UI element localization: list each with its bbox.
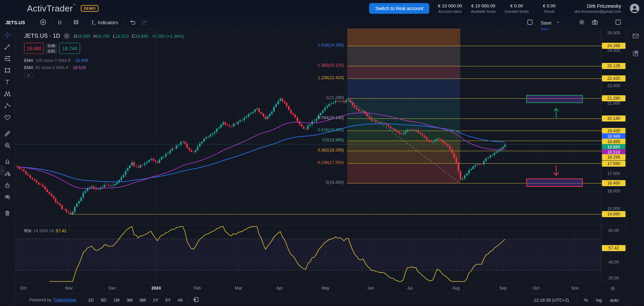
symbol-button[interactable]: JETS.US xyxy=(5,20,25,25)
price-axis-label-level: 18.295 xyxy=(602,154,625,160)
divider xyxy=(34,19,34,26)
fib-retracement-tool-button[interactable] xyxy=(2,54,13,64)
time-axis-settings-button[interactable] xyxy=(608,285,618,293)
avatar[interactable] xyxy=(630,4,639,13)
remove-drawings-tool-button[interactable] xyxy=(2,209,13,218)
undo-button[interactable] xyxy=(127,18,139,28)
fx-icon: ƒx xyxy=(91,19,95,26)
save-button[interactable]: Save xyxy=(539,20,553,26)
indicators-button[interactable]: ƒxIndicators xyxy=(89,19,120,27)
account-stat: € 10 000.00Available funds xyxy=(471,3,496,13)
go-to-date-button[interactable] xyxy=(191,295,200,305)
redo-button[interactable] xyxy=(139,18,150,28)
range-button-6m[interactable]: 6M xyxy=(137,296,149,304)
fib-level-label: 1(21.280) xyxy=(279,95,344,100)
crosshair-tool-button[interactable] xyxy=(2,31,13,40)
timeframe-button[interactable]: D xyxy=(56,19,63,26)
remove-drawings-icon xyxy=(4,209,11,218)
log-scale-button[interactable]: log xyxy=(593,296,605,304)
camera-icon xyxy=(591,19,599,27)
range-button-1y[interactable]: 1Y xyxy=(150,296,161,304)
time-axis[interactable]: OctNovDec2024FebMarAprMayJunJulAugSepOct… xyxy=(15,283,627,294)
bid-button[interactable]: 18.680 xyxy=(24,43,44,54)
top-bar-right: Switch to Real account € 10 000.00Accoun… xyxy=(369,0,639,17)
divider xyxy=(67,19,67,26)
zoom-in-tool-button[interactable] xyxy=(2,141,13,151)
time-axis-label: May xyxy=(315,286,335,291)
switch-to-real-account-button[interactable]: Switch to Real account xyxy=(369,3,429,14)
range-button-1d[interactable]: 1D xyxy=(85,296,97,304)
collapse-indicators-button[interactable] xyxy=(24,73,33,78)
tradingview-link[interactable]: TradingView xyxy=(53,298,76,302)
go-to-date-icon xyxy=(192,296,200,304)
save-menu-button[interactable] xyxy=(555,19,562,27)
top-bar: ActivTrader™ DEMO Switch to Real account… xyxy=(0,0,644,17)
divider xyxy=(3,126,12,126)
right-sidebar xyxy=(627,29,644,306)
range-button-5y[interactable]: 5Y xyxy=(162,296,174,304)
layout-button[interactable] xyxy=(526,18,534,28)
range-button-3m[interactable]: 3M xyxy=(123,296,136,304)
indicator-row[interactable]: EMA100 close 0 SMA 918.949 xyxy=(24,58,184,63)
account-stat: € 0.00Invested funds xyxy=(505,3,529,13)
forecast-tool-button[interactable] xyxy=(2,101,13,111)
lock-all-tool-button[interactable] xyxy=(2,181,13,191)
time-axis-label: Apr xyxy=(270,286,290,291)
gear-icon xyxy=(610,287,616,293)
news-panel-button[interactable] xyxy=(631,48,640,59)
gear-icon xyxy=(578,19,585,27)
pattern-xabcd-tool-button[interactable] xyxy=(2,90,13,99)
undo-icon xyxy=(129,19,137,27)
date-range-buttons: 1D5D1M3M6M1Y5YAll xyxy=(85,296,186,304)
price-axis-label-level: 14.690 xyxy=(602,211,625,217)
chart-style-button[interactable] xyxy=(70,18,82,28)
hide-drawings-tool-button[interactable] xyxy=(2,193,13,202)
user-name: Dirk Friczewsky xyxy=(574,3,621,9)
stat-label: Account value xyxy=(438,9,462,13)
price-axis-label-tick: 40.00 xyxy=(602,259,625,265)
range-button-5d[interactable]: 5D xyxy=(98,296,109,304)
measure-ruler-tool-button[interactable] xyxy=(2,129,13,139)
fib-level-label: 0(16.450) xyxy=(279,180,344,185)
stat-value: € 0.00 xyxy=(537,3,561,8)
chart-settings-button[interactable] xyxy=(577,18,586,28)
legend-symbol-title[interactable]: JETS.US · 1D xyxy=(24,33,60,39)
shapes-tool-button[interactable] xyxy=(2,66,13,76)
layout-square-icon xyxy=(526,19,534,27)
indicator-row[interactable]: EMA50 close 0 SMA 918.518 xyxy=(24,65,184,70)
magnet-tool-button[interactable] xyxy=(2,157,13,167)
auto-scale-button[interactable]: auto xyxy=(607,296,622,304)
time-axis-label: Jul xyxy=(400,286,420,291)
percent-scale-button[interactable]: % xyxy=(581,296,592,304)
text-tool-button[interactable] xyxy=(2,78,13,88)
lock-all-icon xyxy=(4,181,11,190)
fib-level-label: 1.236(22.420) xyxy=(279,75,344,80)
redo-icon xyxy=(141,19,148,27)
text-icon xyxy=(4,78,11,87)
stat-value: € 10 000.00 xyxy=(471,3,496,8)
ask-button[interactable]: 18.740 xyxy=(59,43,80,54)
object-tree-expand-handle[interactable]: › xyxy=(0,166,5,175)
rsi-params: 14 SMA 14 xyxy=(33,229,54,233)
range-button-all[interactable]: All xyxy=(175,296,185,304)
favorites-heart-tool-button[interactable] xyxy=(2,113,13,123)
rsi-value: 57.42 xyxy=(56,229,66,233)
ohlc-values: O18.560H18.780L18.510C18.680+0.250 (+1.3… xyxy=(74,34,184,39)
panel-toggle-button[interactable] xyxy=(614,18,622,28)
mail-panel-button[interactable] xyxy=(631,31,640,42)
powered-by-label: Powered by xyxy=(29,298,51,302)
add-symbol-button[interactable] xyxy=(37,18,49,28)
spread: 0.06 0.01 xyxy=(46,43,57,54)
time-axis-label: Aug xyxy=(446,286,466,291)
activtrader-logo: ActivTrader™ xyxy=(27,3,76,14)
range-button-1m[interactable]: 1M xyxy=(110,296,122,304)
trend-line-tool-button[interactable] xyxy=(2,42,13,52)
time-axis-label: Oct xyxy=(526,286,546,291)
screenshot-button[interactable] xyxy=(591,18,599,28)
measure-ruler-icon xyxy=(4,130,11,138)
save-group: Save Save xyxy=(539,19,562,27)
chart-toolbar: JETS.US D ƒxIndicators Save Save xyxy=(0,17,644,29)
time-axis-label: Sep xyxy=(493,286,513,291)
crosshair-icon xyxy=(4,31,11,40)
minus-circle-icon[interactable]: − xyxy=(64,33,70,39)
